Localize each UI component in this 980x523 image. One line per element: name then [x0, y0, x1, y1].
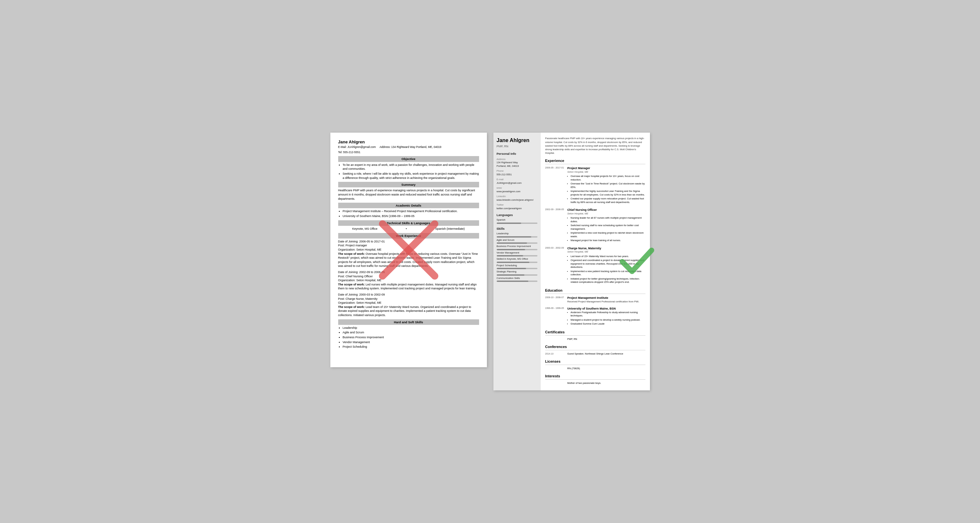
exp-title-2: Chief Nursing Officer [568, 208, 645, 212]
hs-item-4: Vendor Management [343, 340, 479, 344]
phone: 555-212-5551 [497, 173, 538, 177]
skill-leadership-name: Leadership [497, 232, 538, 236]
phone-label: Phone [497, 170, 538, 173]
skill-strategic-fill [497, 274, 524, 276]
work-org-2: Organization: Seton Hospital, ME [338, 278, 479, 282]
academic-item-2: University of Southern Maine, BSN (1996-… [343, 214, 479, 218]
left-name: Jane Ahlgren [338, 139, 479, 145]
edu-b2-3: Graduated Summa Cum Laude [571, 322, 645, 326]
scope-label-1: The scope of work: [338, 252, 365, 255]
address-label: Address [497, 158, 538, 161]
school-desc-1: Received Project Management Professional… [568, 300, 645, 304]
exp-entry-1: 2006-05 - 2017-01 Project Manager Seton … [545, 166, 645, 204]
skill-project-bar [497, 268, 538, 269]
exp-dates-2: 2002-09 - 2006-05 [545, 208, 565, 243]
language-bar [497, 223, 538, 224]
interest-entry: Mother of two passionate boys. [545, 382, 645, 385]
skill-project-fill [497, 268, 526, 269]
skill-comm-bar [497, 281, 538, 282]
linkedin-label: LinkedIn [497, 195, 538, 198]
exp-company-3: Seton Hospital, ME [568, 250, 645, 254]
objective-item-2: Seeking a role, where I will be able to … [343, 172, 479, 180]
summary-text: Healthcare PMP with years of experience … [338, 189, 479, 201]
resume-comparison: Jane Ahlgren E-Mail: JUAhlgren@gmail.com… [330, 133, 650, 390]
work-scope-1: The scope of work: Oversaw hospital proj… [338, 252, 479, 268]
language-bar-container: Spanish [497, 218, 538, 224]
exp-b3-1: Led team of 15+ Maternity Ward nurses fo… [571, 255, 645, 258]
edu-b2-1: Andersen Postgraduate Fellowship to stud… [571, 311, 645, 318]
work-header: Work Experience [338, 233, 479, 239]
edu-bullets-2: Andersen Postgraduate Fellowship to stud… [568, 311, 645, 326]
exp-b1-4: Created our popular supply room relocati… [571, 197, 645, 204]
exp-entry-3: 2000-03 - 2002-09 Charge Nurse, Maternit… [545, 246, 645, 285]
edu-details-1: Project Management Institute Received Pr… [568, 296, 645, 304]
www-label: www [497, 186, 538, 190]
skill-agile: Agile and Scrum [497, 239, 538, 244]
exp-b1-2: Oversaw the "Just in Time Restock" proje… [571, 182, 645, 189]
right-title: PMP, RN [497, 144, 538, 149]
twitter-label: Twitter [497, 203, 538, 207]
skill-keynote-bar [497, 262, 538, 263]
exp-b2-1: Nursing leader for all 87 nurses with mu… [571, 216, 645, 223]
work-entry-2: Date of Joining: 2002-09 to 2006-05 Post… [338, 270, 479, 291]
work-org-1: Organization: Seton Hospital, ME [338, 248, 479, 252]
language-bar-fill [497, 223, 521, 224]
exp-company-1: Seton Hospital, ME [568, 170, 645, 174]
skill-agile-fill [497, 242, 527, 244]
exp-entry-2: 2002-09 - 2006-05 Chief Nursing Officer … [545, 208, 645, 243]
school-1: Project Management Institute [568, 296, 645, 300]
experience-title: Experience [545, 158, 645, 164]
skill-strategic-bar [497, 274, 538, 276]
interest-dates [545, 382, 565, 385]
academic-list: Project Management Institute – Received … [338, 209, 479, 218]
exp-bullets-1: Oversaw all major hospital projects for … [568, 175, 645, 204]
main-content: Passionate healthcare PMP with 10+ years… [541, 133, 650, 390]
edu-b2-2: Managed a student project to develop a w… [571, 319, 645, 322]
work-entry-1: Date of Joining: 2006-05 to 2017-01 Post… [338, 239, 479, 268]
work-post-3: Post: Charge Nurse, Maternity [338, 297, 479, 301]
technical-header: Technical Skills & Languages [338, 220, 479, 226]
skill-keynote-fill [497, 262, 529, 263]
skill-vendor-name: Vendor Management [497, 251, 538, 255]
license-entry: RN (73829) [545, 367, 645, 371]
edu-details-2: University of Southern Maine, BSN Anders… [568, 307, 645, 326]
skill-strategic: Strategic Planning [497, 270, 538, 276]
objective-header: Objective [338, 156, 479, 162]
skill-keynote: Skilled in Keynote, MS Office [497, 257, 538, 263]
resume-good: Jane Ahlgren PMP, RN Personal Info Addre… [493, 133, 650, 390]
linkedin: www.linkedin.com/in/jane-ahlgren/ [497, 198, 538, 202]
skill-vendor: Vendor Management [497, 251, 538, 257]
conf-dates: 2014-10 [545, 352, 565, 356]
skill-project: Project Scheduling [497, 264, 538, 269]
hs-item-5: Project Scheduling [343, 345, 479, 349]
skill-leadership-fill [497, 236, 531, 238]
skill-agile-bar [497, 242, 538, 244]
skill-comm: Communication Skills [497, 277, 538, 282]
edu-dates-1: 2008-10 - 2008-07 [545, 296, 565, 304]
work-post-1: Post: Project manager [338, 243, 479, 248]
skill-keynote-name: Skilled in Keynote, MS Office [497, 257, 538, 261]
work-entry-3: Date of Joining: 2000-03 to 2002-09 Post… [338, 293, 479, 317]
skill-leadership-bar [497, 236, 538, 238]
exp-b1-3: Implemented the highly successful Lean T… [571, 190, 645, 197]
skill-vendor-fill [497, 255, 523, 257]
exp-b3-4: Initiated project for better gloving/gow… [571, 277, 645, 284]
skills-row: Keynote, MS Office • Spanish (intermedia… [338, 227, 479, 231]
exp-bullets-3: Led team of 15+ Maternity Ward nurses fo… [568, 255, 645, 284]
conferences-title: Conferences [545, 344, 645, 350]
exp-b2-3: Implemented a new cost tracking project … [571, 231, 645, 238]
summary-text: Passionate healthcare PMP with 10+ years… [545, 136, 645, 155]
skill-comm-name: Communication Skills [497, 277, 538, 280]
left-address: Address: 134 Rightward Way Portland, ME,… [380, 145, 442, 149]
license-value: RN (73829) [568, 367, 645, 371]
exp-title-1: Project Manager [568, 166, 645, 170]
edu-dates-2: 1996-09 - 1999-05 [545, 307, 565, 326]
exp-title-3: Charge Nurse, Maternity [568, 246, 645, 250]
languages-title: Languages [497, 213, 538, 217]
skill-leadership: Leadership [497, 232, 538, 238]
skill-comm-fill [497, 281, 529, 282]
left-tel: Tel: 555-212-5551 [338, 151, 479, 154]
work-scope-3: The scope of work: Lead team of 15+ Mate… [338, 305, 479, 317]
academic-header: Academic Details [338, 203, 479, 208]
email: JUAhlgren@gmail.com [497, 182, 538, 185]
